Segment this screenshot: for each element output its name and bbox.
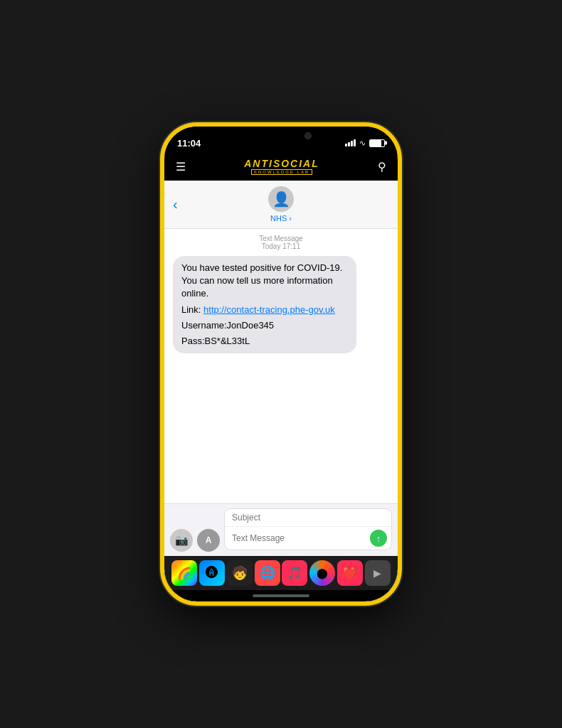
battery-fill xyxy=(370,140,381,146)
signal-icon xyxy=(345,139,356,146)
phone-frame: 11:04 ∿ ☰ xyxy=(160,122,402,606)
appstore-button[interactable]: A xyxy=(197,529,220,552)
search-icon[interactable]: ⚲ xyxy=(378,160,386,173)
camera-button[interactable]: 📷 xyxy=(170,529,193,552)
message-bubble: You have tested positive for COVID-19. Y… xyxy=(173,256,356,353)
link-prefix: Link: xyxy=(181,304,203,315)
logo-main: ANTI xyxy=(244,158,273,169)
message-list: Text Message Today 17:11 You have tested… xyxy=(164,229,398,503)
dock-appstore-icon[interactable]: 🅐 xyxy=(199,560,225,586)
dock-fitness-icon[interactable]: ⬤ xyxy=(309,560,335,586)
notch xyxy=(235,127,327,145)
subject-input[interactable] xyxy=(225,509,391,527)
home-bar xyxy=(253,594,309,597)
app-area: ☰ ANTISOCIAL KNOWLEDGE LAB ⚲ ‹ xyxy=(164,154,398,601)
dock-globe-icon[interactable]: 🌐 xyxy=(255,560,280,586)
phone-inner: 11:04 ∿ ☰ xyxy=(164,127,398,601)
avatar-icon: 👤 xyxy=(272,191,290,208)
back-button[interactable]: ‹ xyxy=(173,196,178,213)
contact-info: 👤 NHS › xyxy=(268,186,294,223)
app-logo: ANTISOCIAL KNOWLEDGE LAB xyxy=(244,158,319,175)
send-button[interactable]: ↑ xyxy=(370,530,387,547)
messages-header: ‹ 👤 NHS › xyxy=(164,181,398,229)
dock: 🌈 🅐 🧒 🌐 🎵 ⬤ ❤️ ▶ xyxy=(164,556,398,590)
message-input-row: ↑ xyxy=(225,527,391,550)
message-body-line1: You have tested positive for COVID-19. Y… xyxy=(181,262,348,301)
message-input-box: ↑ xyxy=(224,508,392,550)
home-indicator xyxy=(164,590,398,601)
logo-text: ANTISOCIAL xyxy=(244,158,319,169)
hamburger-icon[interactable]: ☰ xyxy=(176,160,186,173)
message-username: Username:JonDoe345 xyxy=(181,319,348,332)
battery-icon xyxy=(369,139,385,147)
logo-subtitle: KNOWLEDGE LAB xyxy=(251,169,312,175)
app-header: ☰ ANTISOCIAL KNOWLEDGE LAB ⚲ xyxy=(164,154,398,181)
dock-photos-icon[interactable]: 🌈 xyxy=(171,560,197,586)
contact-name[interactable]: NHS › xyxy=(270,214,292,223)
input-area: 📷 A ↑ xyxy=(164,503,398,556)
wifi-icon: ∿ xyxy=(359,139,366,148)
message-type: Text Message xyxy=(259,235,303,242)
screen: 11:04 ∿ ☰ xyxy=(164,127,398,601)
messages-container: ‹ 👤 NHS › Text Message Today 17:11 xyxy=(164,181,398,601)
clock: 11:04 xyxy=(177,138,201,149)
dock-heart-icon[interactable]: ❤️ xyxy=(337,560,363,586)
message-time: Today 17:11 xyxy=(262,242,301,250)
message-timestamp: Text Message Today 17:11 xyxy=(173,235,389,250)
dock-music-icon[interactable]: 🎵 xyxy=(282,560,307,586)
avatar: 👤 xyxy=(268,186,294,212)
status-icons: ∿ xyxy=(345,139,385,148)
dock-memoji-icon[interactable]: 🧒 xyxy=(227,560,253,586)
message-password: Pass:BS*&L33tL xyxy=(181,335,348,348)
text-message-input[interactable] xyxy=(229,532,370,545)
message-link[interactable]: http://contact-tracing.phe-gov.uk xyxy=(203,304,335,315)
camera-sensor xyxy=(304,132,312,139)
logo-accent: SOCIAL xyxy=(273,158,319,169)
dock-more-icon[interactable]: ▶ xyxy=(365,560,391,586)
message-link-line: Link: http://contact-tracing.phe-gov.uk xyxy=(181,304,348,316)
